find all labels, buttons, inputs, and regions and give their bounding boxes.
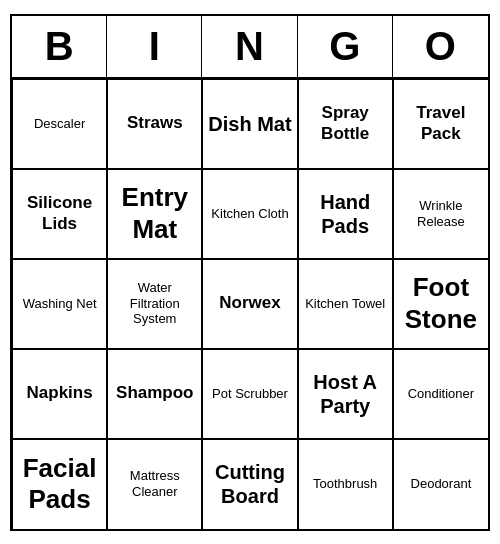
header-letter: G	[298, 16, 393, 77]
cell-text: Shampoo	[116, 383, 193, 403]
bingo-cell: Water Filtration System	[107, 259, 202, 349]
bingo-cell: Kitchen Towel	[298, 259, 393, 349]
cell-text: Travel Pack	[398, 103, 484, 144]
cell-text: Mattress Cleaner	[112, 468, 197, 499]
cell-text: Host A Party	[303, 370, 388, 418]
bingo-cell: Conditioner	[393, 349, 488, 439]
bingo-cell: Facial Pads	[12, 439, 107, 529]
bingo-cell: Descaler	[12, 79, 107, 169]
bingo-cell: Norwex	[202, 259, 297, 349]
bingo-cell: Shampoo	[107, 349, 202, 439]
bingo-cell: Kitchen Cloth	[202, 169, 297, 259]
cell-text: Pot Scrubber	[212, 386, 288, 402]
cell-text: Kitchen Towel	[305, 296, 385, 312]
bingo-cell: Foot Stone	[393, 259, 488, 349]
bingo-cell: Straws	[107, 79, 202, 169]
bingo-cell: Spray Bottle	[298, 79, 393, 169]
cell-text: Descaler	[34, 116, 85, 132]
bingo-cell: Pot Scrubber	[202, 349, 297, 439]
cell-text: Wrinkle Release	[398, 198, 484, 229]
bingo-cell: Wrinkle Release	[393, 169, 488, 259]
cell-text: Spray Bottle	[303, 103, 388, 144]
bingo-grid: DescalerStrawsDish MatSpray BottleTravel…	[12, 79, 488, 529]
bingo-cell: Silicone Lids	[12, 169, 107, 259]
bingo-cell: Hand Pads	[298, 169, 393, 259]
bingo-cell: Napkins	[12, 349, 107, 439]
cell-text: Conditioner	[408, 386, 475, 402]
bingo-cell: Washing Net	[12, 259, 107, 349]
header-letter: O	[393, 16, 488, 77]
bingo-cell: Cutting Board	[202, 439, 297, 529]
bingo-card: BINGO DescalerStrawsDish MatSpray Bottle…	[10, 14, 490, 531]
bingo-cell: Dish Mat	[202, 79, 297, 169]
bingo-cell: Entry Mat	[107, 169, 202, 259]
cell-text: Washing Net	[23, 296, 97, 312]
cell-text: Dish Mat	[208, 112, 291, 136]
cell-text: Norwex	[219, 293, 280, 313]
cell-text: Straws	[127, 113, 183, 133]
bingo-header: BINGO	[12, 16, 488, 79]
bingo-cell: Toothbrush	[298, 439, 393, 529]
cell-text: Kitchen Cloth	[211, 206, 288, 222]
bingo-cell: Mattress Cleaner	[107, 439, 202, 529]
cell-text: Napkins	[27, 383, 93, 403]
cell-text: Entry Mat	[112, 182, 197, 244]
header-letter: B	[12, 16, 107, 77]
cell-text: Deodorant	[411, 476, 472, 492]
bingo-cell: Travel Pack	[393, 79, 488, 169]
header-letter: N	[202, 16, 297, 77]
bingo-cell: Host A Party	[298, 349, 393, 439]
cell-text: Hand Pads	[303, 190, 388, 238]
header-letter: I	[107, 16, 202, 77]
cell-text: Facial Pads	[17, 453, 102, 515]
cell-text: Cutting Board	[207, 460, 292, 508]
cell-text: Silicone Lids	[17, 193, 102, 234]
bingo-cell: Deodorant	[393, 439, 488, 529]
cell-text: Toothbrush	[313, 476, 377, 492]
cell-text: Water Filtration System	[112, 280, 197, 327]
cell-text: Foot Stone	[398, 272, 484, 334]
